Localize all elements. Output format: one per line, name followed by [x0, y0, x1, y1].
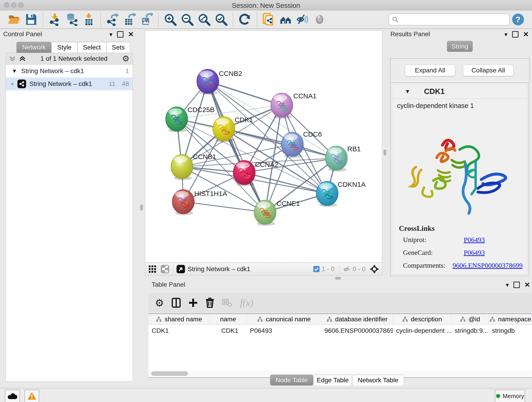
crosslink-link[interactable]: 9606.ENSP00000378699 — [452, 274, 523, 274]
table-cell[interactable]: CDK1 — [210, 327, 247, 334]
column-header--id[interactable]: @id — [451, 314, 489, 325]
column-type-icon — [326, 316, 332, 322]
export-table-icon[interactable] — [123, 13, 136, 26]
help-icon[interactable]: ? — [511, 13, 525, 26]
selected-checkbox-icon[interactable] — [313, 266, 320, 273]
edge-CCNB2-CCNA1[interactable] — [208, 81, 282, 105]
export-network-icon[interactable] — [106, 13, 119, 26]
tab-string[interactable]: String — [447, 41, 473, 52]
tab-edge-table[interactable]: Edge Table — [313, 375, 352, 385]
birds-eye-view-icon[interactable] — [313, 13, 326, 26]
panel-close-icon[interactable]: ✕ — [128, 31, 134, 38]
node-CCNB2[interactable]: CCNB2 — [197, 69, 242, 95]
cloud-button[interactable] — [5, 390, 20, 402]
node-RB1[interactable]: RB1 — [325, 145, 361, 172]
node-CDC6[interactable]: CDC6 — [281, 130, 322, 158]
expand-all-button[interactable]: Expand All — [405, 65, 455, 76]
panel-menu-icon[interactable]: ▾ — [109, 32, 113, 37]
right-splitter-handle[interactable] — [384, 149, 386, 155]
zoom-out-icon[interactable] — [180, 13, 194, 26]
warning-button[interactable] — [25, 390, 39, 402]
open-session-icon[interactable] — [7, 13, 21, 26]
table-cell[interactable]: P06493 — [247, 327, 321, 334]
tab-style[interactable]: Style — [51, 42, 77, 53]
clone-network-icon[interactable] — [262, 13, 276, 26]
save-session-icon[interactable] — [24, 13, 38, 26]
table-tabs: Node TableEdge TableNetwork Table — [270, 375, 404, 385]
search-input[interactable] — [399, 16, 506, 23]
column-header-namespace[interactable]: namespace — [489, 314, 532, 325]
node-CDC25B[interactable]: CDC25B — [166, 106, 215, 133]
collection-expand-icon[interactable]: ▼ — [12, 68, 17, 74]
column-header-database-identifier[interactable]: database identifier — [321, 314, 393, 325]
grid-view-icon[interactable] — [148, 265, 157, 274]
edge-CDC25B-RB1[interactable] — [177, 119, 336, 158]
panel-menu-icon[interactable]: ▾ — [505, 32, 507, 37]
panel-close-icon[interactable]: ✕ — [523, 31, 529, 38]
toggle-graphics-details-icon[interactable] — [296, 13, 310, 26]
share-view-icon[interactable] — [160, 264, 170, 274]
hidden-eye-icon[interactable] — [343, 265, 351, 273]
column-header-shared-name[interactable]: shared name — [148, 314, 210, 325]
show-columns-icon[interactable] — [172, 298, 181, 308]
network-row[interactable]: ● String Network – cdk1 11 48 — [6, 77, 133, 90]
delete-column-icon[interactable] — [206, 298, 214, 308]
home-icon[interactable] — [279, 13, 293, 26]
collapse-all-icon[interactable] — [9, 55, 16, 62]
tab-network-table[interactable]: Network Table — [352, 375, 404, 385]
zoom-selected-icon[interactable] — [214, 13, 228, 26]
tab-node-table[interactable]: Node Table — [270, 375, 313, 385]
node-CCNB1[interactable]: CCNB1 — [171, 153, 216, 180]
gene-section-header[interactable]: ▼ CDK1 — [392, 84, 527, 99]
panel-float-icon[interactable] — [117, 31, 123, 38]
export-image-icon[interactable] — [139, 13, 153, 26]
scrollbar-thumb[interactable] — [151, 371, 188, 376]
string-network-graph[interactable]: CCNB2CCNA1CDC25BCDK1CDC6RB1CCNB1CCNA2CDK… — [145, 31, 382, 262]
column-header-canonical-name[interactable]: canonical name — [247, 314, 321, 325]
table-options-gear-icon[interactable]: ⚙ — [155, 297, 164, 309]
node-label-CCNB2: CCNB2 — [219, 70, 242, 77]
table-row[interactable]: CDK1CDK1P064939606.ENSP00000378699cyclin… — [148, 325, 532, 337]
edge-HIST1H1A-CCNE1[interactable] — [183, 202, 265, 212]
zoom-fit-icon[interactable] — [197, 13, 211, 26]
panel-menu-icon[interactable]: ▾ — [506, 282, 509, 288]
tab-network[interactable]: Network — [17, 42, 51, 53]
table-cell[interactable]: cyclin-dependent ... — [393, 327, 451, 334]
tree-options-gear-icon[interactable]: ⚙ — [122, 54, 129, 64]
memory-button[interactable]: Memory — [495, 390, 525, 402]
collapse-all-button[interactable]: Collapse All — [463, 65, 513, 76]
import-table-file-icon[interactable] — [82, 13, 95, 26]
zoom-in-icon[interactable] — [163, 13, 177, 26]
tab-sets[interactable]: Sets — [106, 42, 130, 53]
import-network-database-icon[interactable] — [65, 13, 79, 26]
network-collection-row[interactable]: ▼ String Network – cdk1 1 — [6, 65, 133, 77]
left-splitter-handle[interactable] — [140, 205, 143, 211]
table-cell[interactable]: 9606.ENSP00000378699 — [321, 327, 393, 334]
import-network-file-icon[interactable] — [48, 13, 62, 26]
table-cell[interactable]: CDK1 — [148, 327, 210, 334]
tab-select[interactable]: Select — [77, 42, 106, 53]
expand-all-icon[interactable] — [19, 55, 26, 62]
node-label-HIST1H1A: HIST1H1A — [194, 190, 227, 197]
gene-collapse-icon[interactable]: ▼ — [405, 88, 410, 95]
panel-float-icon[interactable] — [513, 282, 520, 288]
crosslink-link[interactable]: P06493 — [464, 249, 485, 256]
panel-float-icon[interactable] — [512, 31, 519, 38]
panel-close-icon[interactable]: ✕ — [525, 281, 530, 288]
crosslink-link[interactable]: P06493 — [464, 236, 485, 244]
node-CCNE1[interactable]: CCNE1 — [254, 200, 300, 226]
column-header-description[interactable]: description — [393, 314, 451, 325]
node-HIST1H1A[interactable]: HIST1H1A — [172, 190, 227, 215]
column-header-name[interactable]: name — [210, 314, 247, 325]
bottom-splitter-handle[interactable] — [335, 277, 341, 280]
refresh-icon[interactable] — [238, 13, 252, 26]
node-CDKN1A[interactable]: CDKN1A — [316, 181, 366, 207]
table-cell[interactable]: stringdb — [489, 327, 532, 334]
navigator-icon[interactable] — [176, 264, 185, 274]
add-column-icon[interactable] — [189, 298, 198, 307]
pan-crosshair-icon[interactable] — [370, 264, 379, 274]
table-cell[interactable]: stringdb:9... — [451, 327, 489, 334]
crosslink-link[interactable]: 9606.ENSP00000378699 — [452, 262, 523, 269]
network-view-canvas[interactable]: CCNB2CCNA1CDC25BCDK1CDC6RB1CCNB1CCNA2CDK… — [145, 31, 382, 263]
node-CCNA1[interactable]: CCNA1 — [271, 92, 317, 119]
